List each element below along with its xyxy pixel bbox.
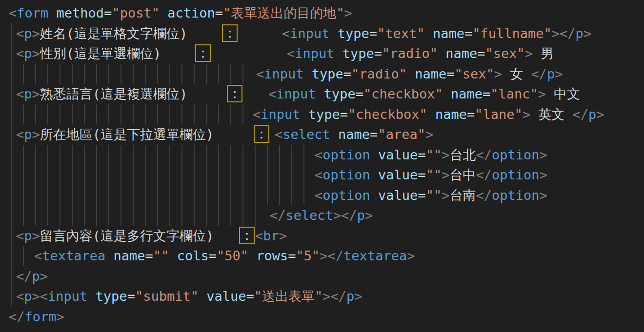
token: method xyxy=(57,5,104,20)
indent-guide xyxy=(11,165,309,185)
token: p xyxy=(346,289,354,304)
code-chunk: <input type="radio" name="sex"> 男 xyxy=(287,43,554,64)
token: action xyxy=(167,5,215,20)
code-chunk: <input type="checkbox" name="lanc"> 中文 xyxy=(268,84,580,104)
token xyxy=(304,66,312,81)
token: option xyxy=(492,188,540,203)
token xyxy=(160,5,167,20)
token: option xyxy=(492,147,540,162)
indent-guide xyxy=(11,286,13,307)
token: > xyxy=(442,167,449,182)
token xyxy=(248,248,256,263)
token xyxy=(425,26,433,41)
token: p xyxy=(24,228,32,243)
token: </ xyxy=(573,107,589,122)
token: "radio" xyxy=(351,66,407,81)
code-line: <option value="">台中</option> xyxy=(0,165,644,185)
token: ： xyxy=(255,126,268,141)
token: > xyxy=(442,147,449,162)
token xyxy=(169,248,177,263)
token: p xyxy=(24,127,32,142)
indent-guide xyxy=(11,124,13,145)
token: </ xyxy=(270,208,286,223)
token: option xyxy=(322,188,370,203)
token: 台中 xyxy=(449,167,476,182)
token: ></ xyxy=(320,248,343,263)
code-chunk: <textarea name="" cols="50" rows="5"></t… xyxy=(34,246,415,266)
token: "lane" xyxy=(475,107,523,122)
token: name xyxy=(114,248,145,263)
token xyxy=(427,107,435,122)
token: < xyxy=(16,86,24,101)
token: name xyxy=(433,26,464,41)
token: > xyxy=(525,46,533,61)
token: < xyxy=(275,127,282,142)
token xyxy=(316,86,324,101)
token: input xyxy=(290,26,329,41)
code-line: <textarea name="" cols="50" rows="5"></t… xyxy=(0,246,644,266)
code-line: </select></p> xyxy=(0,205,644,226)
token: textarea xyxy=(343,248,407,263)
token: < xyxy=(268,86,276,101)
token: input xyxy=(276,86,316,101)
indent-guide xyxy=(11,23,13,44)
token: input xyxy=(261,107,300,122)
token: </ xyxy=(476,167,492,182)
token: > xyxy=(523,107,530,122)
code-chunk: <p>所在地區(這是下拉選單欄位) xyxy=(16,124,214,145)
token: < xyxy=(16,46,24,61)
code-chunk: <p>留言內容(這是多行文字欄位) xyxy=(16,226,214,246)
code-chunk: <p>熟悉語言(這是複選欄位) xyxy=(16,84,187,104)
token xyxy=(199,289,206,304)
unicode-highlight-box: ： xyxy=(222,24,238,42)
token: option xyxy=(322,147,370,162)
token: p xyxy=(24,86,32,101)
code-line: <option value="">台北</option> xyxy=(0,145,644,165)
code-editor[interactable]: <form method="post" action="表單送出的目的地"><p… xyxy=(0,0,644,332)
token: = xyxy=(288,248,296,263)
token xyxy=(438,46,445,61)
token: = xyxy=(418,167,425,182)
token: type xyxy=(96,289,127,304)
code-chunk: <option value="">台中</option> xyxy=(315,165,547,185)
token xyxy=(370,167,378,182)
token: "表單送出的目的地" xyxy=(223,5,344,20)
token: </ xyxy=(531,66,547,81)
indent-guide xyxy=(11,43,13,64)
token: < xyxy=(9,5,17,20)
indent-guide xyxy=(11,185,309,206)
code-chunk: <input type="text" name="fullname"></p> xyxy=(282,23,591,44)
token: < xyxy=(16,228,24,243)
token: < xyxy=(315,167,322,182)
token: "radio" xyxy=(382,46,438,61)
unicode-highlight-box: ： xyxy=(227,85,242,102)
token xyxy=(443,86,451,101)
token: = xyxy=(340,107,348,122)
token xyxy=(370,188,378,203)
token: = xyxy=(483,86,490,101)
token: > xyxy=(344,5,352,20)
token: "送出表單" xyxy=(254,289,323,304)
token: = xyxy=(369,26,377,41)
token: "lanc" xyxy=(490,86,538,101)
token: "" xyxy=(426,147,442,162)
token: > xyxy=(425,127,433,142)
token: 男 xyxy=(533,46,554,61)
unicode-highlight-box: ： xyxy=(254,125,269,143)
token: </ xyxy=(9,309,25,324)
token: = xyxy=(343,66,351,81)
unicode-highlight-box: ： xyxy=(239,227,255,244)
token: < xyxy=(282,26,290,41)
token: >< xyxy=(32,289,48,304)
token: ></ xyxy=(333,208,357,223)
token: type xyxy=(312,66,343,81)
token: 留言內容(這是多行文字欄位) xyxy=(40,228,214,243)
token: > xyxy=(442,188,449,203)
token: = xyxy=(104,5,112,20)
code-chunk: </p> xyxy=(16,266,48,287)
token: = xyxy=(464,26,472,41)
token: > xyxy=(32,127,40,142)
token xyxy=(301,107,308,122)
token: form xyxy=(17,5,48,20)
token: > xyxy=(538,86,546,101)
